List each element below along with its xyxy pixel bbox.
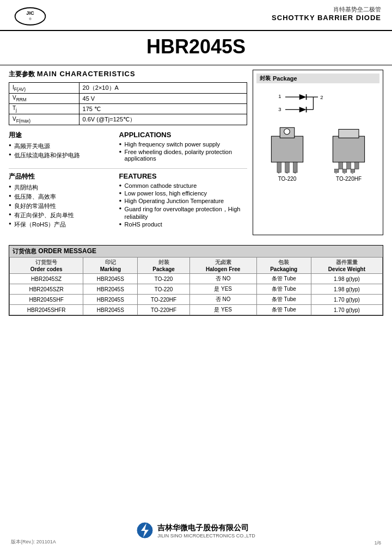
header-right: 肖特基势垒二极管 SCHOTTKY BARRIER DIODE xyxy=(272,5,381,22)
order-row: HBR2045SHF HBR2045S TO-220HF 否 NO 条管 Tub… xyxy=(10,295,383,305)
feat-en-item: Common cathode structure xyxy=(119,182,247,189)
svg-rect-19 xyxy=(285,162,289,173)
char-row: Tj 175 ℃ xyxy=(9,104,247,114)
package-title-en: Package xyxy=(273,75,297,82)
feat-en-item: Low power loss, high efficiency xyxy=(119,190,247,197)
order-marking: HBR2045S xyxy=(83,305,138,315)
svg-text:®: ® xyxy=(29,17,32,21)
order-weight: 1.70 g(typ) xyxy=(311,295,382,305)
order-row: HBR2045SZR HBR2045S TO-220 是 YES 条管 Tube… xyxy=(10,284,383,295)
pin-diagram-svg: 1 2 3 xyxy=(264,88,372,120)
char-value: 175 ℃ xyxy=(79,104,247,114)
svg-rect-28 xyxy=(355,162,359,169)
feat-en-list: Common cathode structureLow power loss, … xyxy=(119,182,247,228)
char-row: VRRM 45 V xyxy=(9,94,247,104)
order-title-en: ORDER MESSAGE xyxy=(38,247,96,255)
features-section: 产品特性 共阴结构低压降、高效率良好的常温特性有正向保护、反向单性环保（RoHS… xyxy=(9,172,247,230)
left-section: 主要参数 MAIN CHARACTERISTICS IF(AV) 20（2×10… xyxy=(9,70,247,235)
order-section: 订货信息 ORDER MESSAGE 订货型号Order codes印记Mark… xyxy=(9,245,383,316)
svg-point-17 xyxy=(284,128,290,134)
top-section: 主要参数 MAIN CHARACTERISTICS IF(AV) 20（2×10… xyxy=(9,70,383,235)
app-cn-item: 低压续流电路和保护电路 xyxy=(9,151,114,160)
main-char-en: MAIN CHARACTERISTICS xyxy=(37,70,136,78)
app-title-en: APPLICATIONS xyxy=(119,131,247,139)
order-weight: 1.98 g(typ) xyxy=(311,274,382,284)
footer-logo: 吉林华微电子股份有限公司 JILIN SINO MICROELECTRONICS… xyxy=(137,521,255,540)
order-col-header: 印记Marking xyxy=(83,258,138,274)
main-content: 主要参数 MAIN CHARACTERISTICS IF(AV) 20（2×10… xyxy=(0,65,392,245)
svg-rect-15 xyxy=(271,136,303,162)
order-code: HBR2045SZR xyxy=(10,284,83,295)
svg-text:2: 2 xyxy=(286,172,288,174)
feat-en-item: RoHS product xyxy=(119,221,247,228)
svg-text:3: 3 xyxy=(294,172,296,174)
characteristics-table: IF(AV) 20（2×10）AVRRM 45 VTj 175 ℃VF(max)… xyxy=(9,82,247,125)
to220-label: TO-220 xyxy=(264,176,310,182)
feat-cn-item: 环保（RoHS）产品 xyxy=(9,221,114,229)
to220-package: 1 2 3 TO-220 xyxy=(264,125,310,182)
app-en-item: Free wheeling diodes, polarity protectio… xyxy=(119,149,247,162)
svg-marker-11 xyxy=(299,107,307,112)
header-english-title: SCHOTTKY BARRIER DIODE xyxy=(272,14,381,22)
order-packaging: 条管 Tube xyxy=(256,305,311,315)
header-chinese-title: 肖特基势垒二极管 xyxy=(272,5,381,14)
feat-left: 产品特性 共阴结构低压降、高效率良好的常温特性有正向保护、反向单性环保（RoHS… xyxy=(9,172,114,230)
feat-right: FEATURES Common cathode structureLow pow… xyxy=(119,172,247,230)
order-package: TO-220 xyxy=(138,274,189,284)
svg-rect-27 xyxy=(347,162,351,169)
to220hf-label: TO-220HF xyxy=(326,176,372,182)
package-images: 1 2 3 TO-220 xyxy=(256,125,379,182)
order-package: TO-220HF xyxy=(138,295,189,305)
package-title-cn: 封装 xyxy=(260,75,271,82)
page: JIC ® 肖特基势垒二极管 SCHOTTKY BARRIER DIODE HB… xyxy=(0,0,392,551)
app-cn-list: 高频开关电源低压续流电路和保护电路 xyxy=(9,142,114,160)
order-header-row: 订货型号Order codes印记Marking封装Package无卤素Halo… xyxy=(10,258,383,274)
order-packaging: 条管 Tube xyxy=(256,295,311,305)
svg-rect-20 xyxy=(293,162,297,173)
order-header: 订货信息 ORDER MESSAGE xyxy=(9,246,383,257)
svg-text:3: 3 xyxy=(278,106,281,112)
order-col-header: 订货型号Order codes xyxy=(10,258,83,274)
footer-company-cn: 吉林华微电子股份有限公司 JILIN SINO MICROELECTRONICS… xyxy=(157,523,255,538)
divider1 xyxy=(9,168,247,169)
to220hf-drawing: 1 2 3 xyxy=(326,125,372,174)
svg-text:2: 2 xyxy=(343,172,345,174)
logo: JIC ® xyxy=(11,5,49,27)
feat-title-cn: 产品特性 xyxy=(9,172,114,181)
to220hf-package: 1 2 3 TO-220HF xyxy=(326,125,372,182)
main-char-title: 主要参数 MAIN CHARACTERISTICS xyxy=(9,70,247,79)
order-row: HBR2045SZ HBR2045S TO-220 否 NO 条管 Tube 1… xyxy=(10,274,383,284)
app-title-cn: 用途 xyxy=(9,131,114,140)
feat-en-item: High Operating Junction Temperature xyxy=(119,198,247,204)
order-col-header: 包装Packaging xyxy=(256,258,311,274)
footer-company-name-cn: 吉林华微电子股份有限公司 xyxy=(157,523,255,533)
svg-text:JIC: JIC xyxy=(26,10,34,16)
feat-cn-item: 良好的常温特性 xyxy=(9,202,114,210)
order-packaging: 条管 Tube xyxy=(256,284,311,295)
order-col-header: 无卤素Halogen Free xyxy=(189,258,256,274)
order-halogen: 是 YES xyxy=(189,305,256,315)
feat-cn-list: 共阴结构低压降、高效率良好的常温特性有正向保护、反向单性环保（RoHS）产品 xyxy=(9,183,114,229)
order-code: HBR2045SZ xyxy=(10,274,83,284)
order-marking: HBR2045S xyxy=(83,274,138,284)
order-halogen: 否 NO xyxy=(189,274,256,284)
order-marking: HBR2045S xyxy=(83,284,138,295)
to220-drawing: 1 2 3 xyxy=(264,125,310,174)
char-label: VF(max) xyxy=(9,114,79,125)
order-code: HBR2045SHFR xyxy=(10,305,83,315)
order-col-header: 器件重量Device Weight xyxy=(311,258,382,274)
char-row: IF(AV) 20（2×10）A xyxy=(9,83,247,94)
app-right: APPLICATIONS High frequency switch power… xyxy=(119,131,247,163)
order-halogen: 否 NO xyxy=(189,295,256,305)
right-section: 封装 Package 1 xyxy=(253,70,383,235)
svg-text:1: 1 xyxy=(335,172,338,174)
svg-marker-5 xyxy=(299,94,307,100)
svg-rect-18 xyxy=(277,162,281,173)
order-row: HBR2045SHFR HBR2045S TO-220HF 是 YES 条管 T… xyxy=(10,305,383,315)
order-packaging: 条管 Tube xyxy=(256,274,311,284)
svg-text:2: 2 xyxy=(320,94,323,100)
app-en-list: High frequency switch power supplyFree w… xyxy=(119,141,247,162)
footer-page: 1/6 xyxy=(374,540,381,546)
package-box: 封装 Package 1 xyxy=(253,70,383,235)
order-title-cn: 订货信息 xyxy=(13,248,36,254)
